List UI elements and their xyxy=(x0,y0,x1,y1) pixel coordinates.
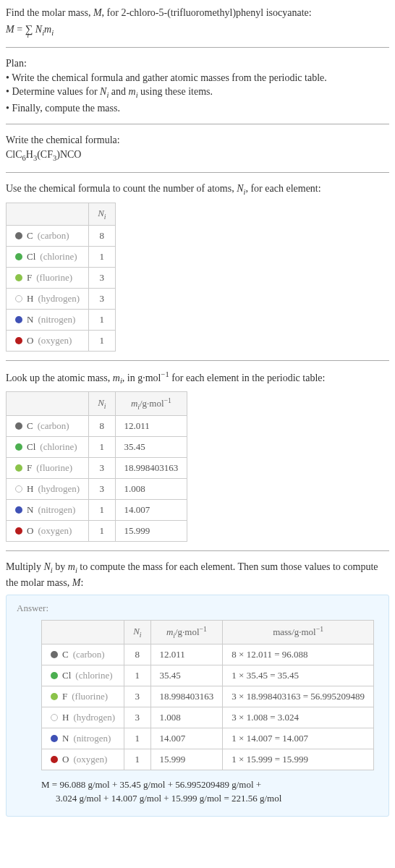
lh-a: Look up the atomic mass, xyxy=(6,372,113,383)
empty-header xyxy=(7,391,89,415)
element-cell: Cl (chlorine) xyxy=(7,246,89,267)
final-line2: 3.024 g/mol + 14.007 g/mol + 15.999 g/mo… xyxy=(56,791,281,806)
element-symbol: F xyxy=(27,462,32,474)
answer-label: Answer: xyxy=(17,603,378,614)
empty-header xyxy=(7,203,89,225)
table-row: Cl (chlorine)135.451 × 35.45 = 35.45 xyxy=(42,665,374,686)
element-name: (oxygen) xyxy=(38,525,72,537)
table-row: H (hydrogen)3 xyxy=(7,288,116,309)
table-row: O (oxygen)1 xyxy=(7,330,116,351)
mass-value: 14.007 xyxy=(150,728,223,749)
element-symbol: H xyxy=(62,712,69,723)
mass-value: 12.011 xyxy=(150,644,223,665)
element-cell: O (oxygen) xyxy=(7,330,89,351)
count-heading: Use the chemical formula to count the nu… xyxy=(6,182,389,197)
write-heading: Write the chemical formula: xyxy=(6,133,389,148)
element-cell: Cl (chlorine) xyxy=(42,665,124,686)
mass-value: 35.45 xyxy=(150,665,223,686)
header-Ni: Ni xyxy=(89,203,115,225)
element-dot-icon xyxy=(15,316,22,323)
element-name: (hydrogen) xyxy=(73,712,115,723)
table-row: C (carbon)812.011 xyxy=(7,415,187,436)
element-symbol: Cl xyxy=(27,251,35,263)
eq-m: m xyxy=(44,24,51,35)
element-symbol: N xyxy=(27,504,33,516)
element-symbol: Cl xyxy=(62,670,71,681)
element-dot-icon xyxy=(15,485,22,493)
mass-value: 18.998403163 xyxy=(150,686,223,707)
table-header-row: Ni mi/g·mol−1 mass/g·mol−1 xyxy=(42,620,374,644)
multiply-text: Multiply Ni by mi to compute the mass fo… xyxy=(6,560,389,590)
table-row: H (hydrogen)31.008 xyxy=(7,478,187,499)
element-name: (chlorine) xyxy=(75,670,112,681)
element-name: (hydrogen) xyxy=(38,483,80,495)
element-dot-icon xyxy=(15,506,22,514)
intro-pre: Find the molar mass, xyxy=(6,7,93,18)
molar-mass-equation: M = ∑i Nimi xyxy=(6,22,389,38)
mass-value: 1.008 xyxy=(150,707,223,728)
element-symbol: Cl xyxy=(27,441,35,453)
element-dot-icon xyxy=(15,295,22,302)
element-cell: F (fluorine) xyxy=(42,686,124,707)
element-cell: F (fluorine) xyxy=(7,457,89,478)
ml-b: by xyxy=(53,561,68,572)
n-value: 1 xyxy=(124,728,150,749)
ml-M: M xyxy=(72,577,81,588)
n-value: 3 xyxy=(124,686,150,707)
element-name: (hydrogen) xyxy=(38,293,80,305)
calc-value: 1 × 15.999 = 15.999 xyxy=(223,749,374,770)
mass-value: 15.999 xyxy=(115,520,187,541)
table-row: F (fluorine)318.998403163 xyxy=(7,457,187,478)
element-symbol: C xyxy=(27,230,33,242)
ch-a: Use the chemical formula to count the nu… xyxy=(6,183,237,194)
element-name: (fluorine) xyxy=(36,272,72,284)
table-row: Cl (chlorine)1 xyxy=(7,246,116,267)
table-row: N (nitrogen)114.0071 × 14.007 = 14.007 xyxy=(42,728,374,749)
atomic-mass-table: Ni mi/g·mol−1 C (carbon)812.011Cl (chlor… xyxy=(6,391,187,542)
multiply-section: Multiply Ni by mi to compute the mass fo… xyxy=(6,560,389,590)
element-symbol: H xyxy=(27,293,33,305)
calc-value: 8 × 12.011 = 96.088 xyxy=(223,644,374,665)
element-dot-icon xyxy=(15,253,22,260)
element-dot-icon xyxy=(15,443,22,451)
divider xyxy=(6,124,389,124)
lookup-heading: Look up the atomic mass, mi, in g·mol−1 … xyxy=(6,370,389,387)
calc-value: 1 × 14.007 = 14.007 xyxy=(223,728,374,749)
plan2a: • Determine values for xyxy=(6,86,100,97)
header-mi: mi/g·mol−1 xyxy=(115,391,187,415)
atom-count-table: Ni C (carbon)8Cl (chlorine)1F (fluorine)… xyxy=(6,203,116,352)
empty-header xyxy=(42,620,124,644)
table-header-row: Ni xyxy=(7,203,116,225)
plan-heading: Plan: xyxy=(6,56,389,71)
element-name: (fluorine) xyxy=(72,691,108,702)
element-symbol: O xyxy=(62,754,69,765)
ml-d: : xyxy=(80,577,83,588)
plan-line2: • Determine values for Ni and mi using t… xyxy=(6,85,389,101)
element-cell: O (oxygen) xyxy=(42,749,124,770)
intro-post: , for 2-chloro-5-(trifluoromethyl)phenyl… xyxy=(102,7,312,18)
eq-N: N xyxy=(33,24,42,35)
element-name: (chlorine) xyxy=(40,441,77,453)
answer-box: Answer: Ni mi/g·mol−1 mass/g·mol−1 C (ca… xyxy=(6,595,389,817)
mass-value: 1.008 xyxy=(115,478,187,499)
eq-mi-sub: i xyxy=(51,28,54,36)
table-row: N (nitrogen)114.007 xyxy=(7,499,187,520)
element-name: (fluorine) xyxy=(36,462,72,474)
header-mass: mass/g·mol−1 xyxy=(223,620,374,644)
divider xyxy=(6,360,389,361)
table-row: C (carbon)8 xyxy=(7,225,116,246)
write-formula-section: Write the chemical formula: ClC6H3(CF3)N… xyxy=(6,133,389,163)
n-value: 8 xyxy=(89,225,115,246)
ml-a: Multiply xyxy=(6,561,44,572)
n-value: 1 xyxy=(89,436,115,457)
element-cell: H (hydrogen) xyxy=(7,288,89,309)
divider xyxy=(6,172,389,173)
element-symbol: C xyxy=(27,420,33,432)
calc-value: 3 × 1.008 = 3.024 xyxy=(223,707,374,728)
n-value: 1 xyxy=(89,520,115,541)
var-mi: m xyxy=(129,86,136,97)
table-row: F (fluorine)318.9984031633 × 18.99840316… xyxy=(42,686,374,707)
element-symbol: F xyxy=(62,691,67,702)
chemical-formula: ClC6H3(CF3)NCO xyxy=(6,148,389,163)
element-cell: C (carbon) xyxy=(7,415,89,436)
